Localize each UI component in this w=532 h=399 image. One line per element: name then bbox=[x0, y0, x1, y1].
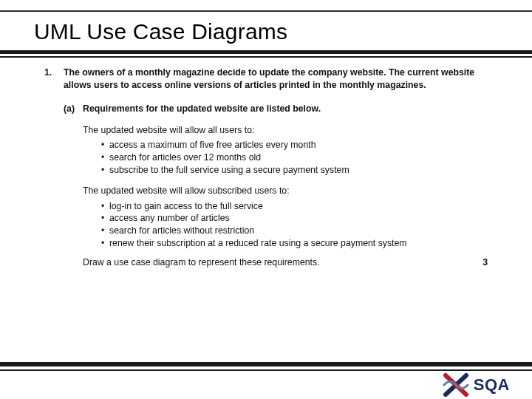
group1-intro: The updated website will allow all users… bbox=[83, 124, 488, 137]
question-number: 1. bbox=[44, 66, 64, 91]
group1-list: •access a maximum of five free articles … bbox=[96, 139, 488, 176]
part-row: (a) Requirements for the updated website… bbox=[44, 103, 488, 115]
part-label: (a) bbox=[64, 103, 83, 115]
question-row: 1. The owners of a monthly magazine deci… bbox=[44, 66, 488, 91]
bottom-rule bbox=[0, 362, 532, 371]
marks: 3 bbox=[473, 256, 488, 269]
sqa-logo: SQA bbox=[443, 372, 510, 398]
list-item: •renew their subscription at a reduced r… bbox=[96, 237, 488, 250]
logo-text: SQA bbox=[474, 375, 510, 395]
list-item: •search for articles without restriction bbox=[96, 225, 488, 237]
list-item-text: search for articles without restriction bbox=[109, 225, 488, 237]
group2-list: •log-in to gain access to the full servi… bbox=[96, 200, 488, 249]
instruction-row: Draw a use case diagram to represent the… bbox=[83, 256, 488, 269]
list-item-text: renew their subscription at a reduced ra… bbox=[109, 237, 488, 250]
question-text: The owners of a monthly magazine decide … bbox=[64, 66, 488, 91]
list-item-text: log-in to gain access to the full servic… bbox=[109, 200, 488, 213]
slide-body: 1. The owners of a monthly magazine deci… bbox=[44, 66, 488, 269]
list-item: •access any number of articles bbox=[96, 212, 488, 225]
instruction-text: Draw a use case diagram to represent the… bbox=[83, 256, 473, 269]
list-item-text: search for articles over 12 months old bbox=[109, 151, 488, 164]
top-rule bbox=[0, 10, 532, 12]
group2-intro: The updated website will allow subscribe… bbox=[83, 185, 488, 197]
list-item: •search for articles over 12 months old bbox=[96, 151, 488, 164]
slide-title: UML Use Case Diagrams bbox=[34, 19, 287, 44]
list-item: •log-in to gain access to the full servi… bbox=[96, 200, 488, 213]
part-text: Requirements for the updated website are… bbox=[83, 103, 488, 115]
list-item: •subscribe to the full service using a s… bbox=[96, 164, 488, 177]
sqa-mark-icon bbox=[443, 372, 469, 398]
list-item-text: access any number of articles bbox=[109, 212, 488, 225]
slide: UML Use Case Diagrams 1. The owners of a… bbox=[0, 0, 532, 399]
list-item: •access a maximum of five free articles … bbox=[96, 139, 488, 151]
list-item-text: access a maximum of five free articles e… bbox=[109, 139, 488, 151]
list-item-text: subscribe to the full service using a se… bbox=[109, 164, 488, 177]
title-underline bbox=[0, 50, 532, 58]
